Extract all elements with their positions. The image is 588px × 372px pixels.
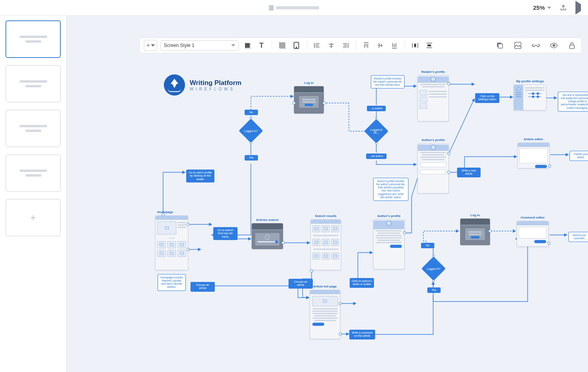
- action-click-author[interactable]: Click on author's name or avatar: [350, 278, 374, 288]
- share-icon[interactable]: [560, 4, 567, 11]
- note-homepage: Homepage includes featured, popular and …: [158, 274, 186, 291]
- decision-logged-in-2[interactable]: Logged in?: [422, 257, 445, 280]
- screen-label: Log in: [294, 81, 323, 85]
- branch-yes[interactable]: Yes: [245, 155, 258, 161]
- note-settings: Set who to follow/unfollow, edit avatar …: [558, 92, 588, 112]
- screen-label: Reader's profile: [418, 70, 448, 74]
- action-choose-article-2[interactable]: Choose an article: [289, 279, 313, 289]
- document-icon: [269, 5, 274, 11]
- screen-label: Author's profile: [418, 138, 448, 142]
- screen-label: Comment editor: [517, 216, 548, 219]
- screen-label: My profile settings: [514, 79, 546, 83]
- branch-no[interactable]: No: [245, 110, 258, 115]
- screen-articles-search[interactable]: Articles search: [252, 223, 283, 249]
- page-thumb-4[interactable]: [5, 154, 61, 192]
- screen-login-top[interactable]: Log in: [294, 86, 324, 114]
- screen-login-bottom[interactable]: Log in: [460, 219, 490, 245]
- screen-label: Search results: [311, 214, 341, 218]
- note-submit: Submit your comment.: [568, 232, 588, 242]
- screen-label: Author's profile: [374, 214, 404, 218]
- play-button[interactable]: [575, 4, 581, 11]
- action-go-search[interactable]: Go to search from top bar menu: [213, 227, 238, 240]
- canvas[interactable]: + Screen Style 1 T: [67, 16, 588, 372]
- branch-no-2[interactable]: No: [421, 243, 434, 248]
- page-thumb-1[interactable]: [5, 20, 61, 58]
- pages-panel: +: [0, 16, 67, 372]
- action-go-profile[interactable]: Go to user's profile by clicking on the …: [186, 170, 214, 182]
- screen-label: Article editor: [518, 137, 549, 141]
- action-write-comment[interactable]: Write a comment on this article: [349, 330, 375, 339]
- page-thumb-3[interactable]: [5, 110, 61, 147]
- add-page-button[interactable]: +: [5, 199, 61, 237]
- play-icon: [575, 1, 581, 14]
- screen-article-editor[interactable]: Article editor: [517, 143, 550, 168]
- screen-label: Articles search: [252, 218, 283, 222]
- note-publish: Publish your article.: [570, 151, 588, 161]
- branch-author[interactable]: ...an author: [366, 153, 387, 159]
- branch-yes-2[interactable]: Yes: [427, 287, 441, 293]
- decision-logged-in-as[interactable]: Logged in as...: [365, 119, 388, 143]
- screen-homepage[interactable]: Homepage • • •: [155, 215, 188, 270]
- project-logo: Writing Platform WIREFLOWS: [164, 74, 241, 96]
- decision-logged-in[interactable]: Logged in?: [239, 119, 263, 143]
- screen-article-full[interactable]: Article full page: [310, 290, 340, 339]
- chevron-down-icon: [547, 7, 551, 9]
- screen-search-results[interactable]: Search results: [310, 219, 341, 270]
- screen-authors-profile-mid[interactable]: Author's profile: [373, 219, 405, 269]
- logo-subtitle: WIREFLOWS: [190, 87, 241, 91]
- logo-badge-icon: [164, 74, 185, 96]
- branch-reader[interactable]: ...a reader: [367, 106, 386, 111]
- screen-label: Log in: [461, 213, 490, 217]
- zoom-value: 25%: [533, 4, 545, 11]
- document-name-placeholder: [276, 6, 319, 9]
- logo-title: Writing Platform: [190, 79, 241, 87]
- app-bar: 25%: [0, 0, 588, 16]
- document-title[interactable]: [269, 5, 319, 11]
- screen-label: Article full page: [310, 285, 340, 288]
- action-choose-article-1[interactable]: Choose an article: [191, 282, 215, 292]
- wireflow-stage[interactable]: Writing Platform WIREFLOWS: [67, 16, 588, 372]
- screen-authors-profile-top[interactable]: Author's profile: [417, 143, 449, 193]
- action-click-settings[interactable]: Click on the Settings button: [475, 93, 499, 103]
- page-thumb-2[interactable]: [5, 65, 61, 103]
- screen-comment-editor[interactable]: Comment editor: [517, 221, 549, 247]
- note-reader-profile: Reader's profile includes the reader's p…: [371, 75, 405, 88]
- plus-icon: +: [30, 212, 36, 223]
- action-write-article[interactable]: Write a new article: [457, 168, 481, 177]
- zoom-control[interactable]: 25%: [533, 4, 551, 11]
- screen-readers-profile[interactable]: Reader's profile: [417, 75, 449, 121]
- screen-my-settings[interactable]: My profile settings: [514, 85, 546, 110]
- note-author-profile: Author's profile includes the author's p…: [373, 178, 408, 201]
